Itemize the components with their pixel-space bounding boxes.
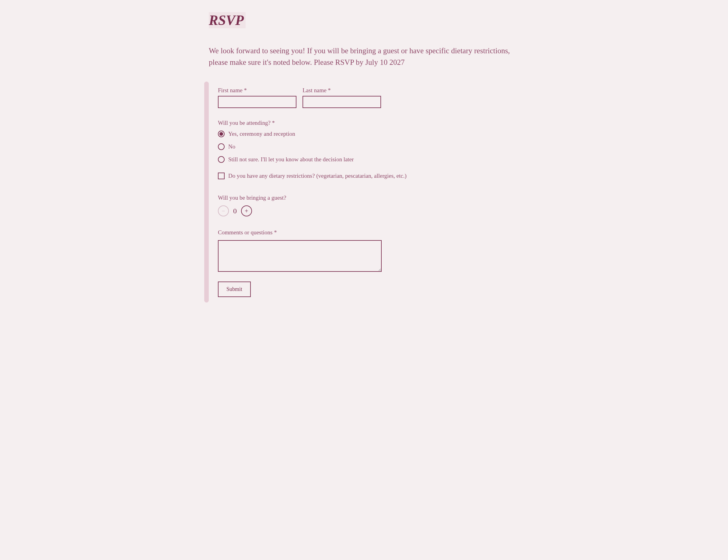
radio-icon: [218, 156, 225, 163]
first-name-input[interactable]: [218, 96, 296, 108]
intro-text: We look forward to seeing you! If you wi…: [209, 45, 519, 68]
radio-option-no[interactable]: No: [218, 143, 519, 150]
guest-label: Will you be bringing a guest?: [218, 194, 519, 201]
radio-label: No: [228, 143, 235, 150]
first-name-label: First name *: [218, 87, 296, 94]
radio-option-yes[interactable]: Yes, ceremony and reception: [218, 131, 519, 137]
submit-button[interactable]: Submit: [218, 282, 251, 297]
checkbox-label: Do you have any dietary restrictions? (v…: [228, 173, 407, 179]
last-name-input[interactable]: [303, 96, 381, 108]
radio-icon: [218, 143, 225, 150]
last-name-label: Last name *: [303, 87, 381, 94]
radio-label: Yes, ceremony and reception: [228, 131, 295, 137]
page-title: RSVP: [209, 12, 246, 28]
attending-label: Will you be attending? *: [218, 120, 519, 126]
checkbox-icon: [218, 173, 225, 179]
radio-icon: [218, 131, 225, 137]
comments-label: Comments or questions *: [218, 229, 519, 236]
rsvp-form: First name * Last name * Will you be att…: [209, 82, 519, 303]
dietary-checkbox[interactable]: Do you have any dietary restrictions? (v…: [218, 173, 519, 179]
stepper-minus-button[interactable]: −: [218, 205, 229, 216]
comments-textarea[interactable]: [218, 240, 382, 272]
guest-stepper: − 0 +: [218, 205, 519, 216]
stepper-value: 0: [232, 207, 238, 215]
radio-option-unsure[interactable]: Still not sure. I'll let you know about …: [218, 156, 519, 163]
radio-label: Still not sure. I'll let you know about …: [228, 156, 354, 163]
stepper-plus-button[interactable]: +: [241, 205, 252, 216]
